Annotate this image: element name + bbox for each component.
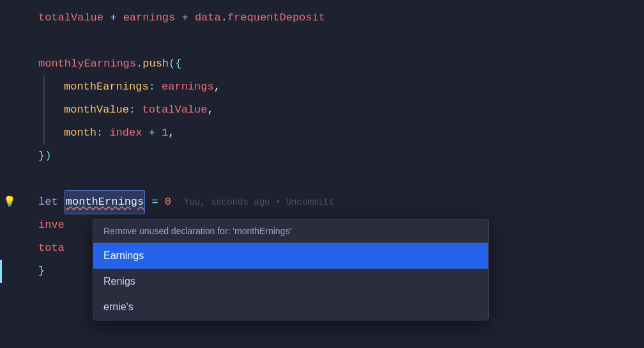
code-line-push: monthlyEarnings . push ( {: [0, 52, 644, 75]
token: 0: [165, 191, 171, 214]
token-var-highlighted: monthErnings: [65, 190, 145, 214]
token: ,: [214, 75, 220, 99]
token: monthlyEarnings: [38, 52, 136, 75]
token: }: [38, 260, 45, 283]
code-line-1: totalValue + earnings + data . frequentD…: [0, 6, 644, 29]
token: index: [103, 122, 142, 145]
token: month: [64, 122, 96, 145]
token: monthValue: [64, 99, 129, 122]
autocomplete-item-renigs[interactable]: Renigs: [93, 269, 488, 294]
token: totalValue: [38, 6, 103, 29]
code-line-month: month : index + 1 ,: [0, 122, 644, 145]
token: +: [142, 122, 162, 145]
token: totalValue: [135, 99, 207, 122]
code-line-blank2: [0, 168, 644, 191]
token: .: [136, 52, 142, 75]
token: ,: [207, 99, 213, 122]
token: .: [221, 6, 227, 29]
token: }): [38, 145, 51, 168]
token: earnings: [155, 75, 214, 99]
left-accent-bar: [0, 260, 2, 283]
token: inve: [38, 214, 65, 237]
token: frequentDeposit: [227, 6, 325, 29]
autocomplete-dropdown: Remove unused declaration for: 'monthErn…: [93, 219, 489, 320]
autocomplete-item-earnings[interactable]: Earnings: [93, 243, 488, 269]
code-line-close-push: }): [0, 145, 644, 168]
code-line-blank1: [0, 29, 644, 52]
token: +: [103, 6, 123, 29]
token: =: [145, 191, 165, 214]
token: :: [129, 99, 135, 122]
token: (: [169, 52, 175, 75]
token: push: [142, 52, 169, 75]
token: ,: [168, 122, 174, 145]
code-line-month-earnings: monthEarnings : earnings ,: [0, 75, 644, 99]
code-line-month-value: monthValue : totalValue ,: [0, 99, 644, 122]
autocomplete-item-ernies[interactable]: ernie's: [93, 294, 488, 320]
token: tota: [38, 237, 65, 260]
git-blame-text: You, seconds ago • Uncommitt: [184, 191, 334, 214]
token: earnings: [123, 6, 176, 29]
lightbulb-icon[interactable]: 💡: [3, 191, 16, 214]
token: data: [195, 6, 221, 29]
token: :: [149, 75, 155, 99]
token: 1: [162, 122, 168, 145]
code-editor: totalValue + earnings + data . frequentD…: [0, 0, 644, 348]
token-let: let: [38, 191, 65, 214]
code-line-let: 💡 let monthErnings = 0 You, seconds ago …: [0, 191, 644, 214]
dropdown-header: Remove unused declaration for: 'monthErn…: [93, 219, 488, 243]
token: monthEarnings: [64, 75, 149, 99]
token: +: [175, 6, 195, 29]
token: {: [175, 52, 181, 75]
token: :: [96, 122, 103, 145]
